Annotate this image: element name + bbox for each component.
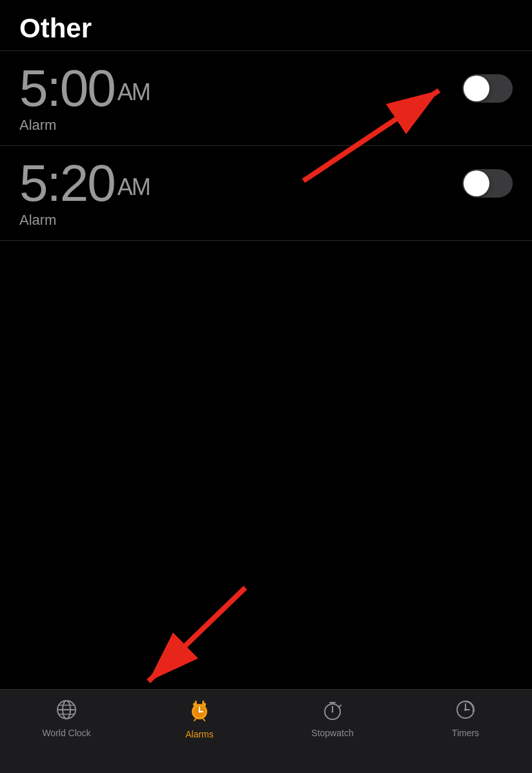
tab-bar: World Clock: [0, 689, 532, 773]
svg-line-13: [194, 719, 196, 721]
svg-line-3: [148, 588, 245, 681]
svg-line-22: [340, 705, 341, 706]
alarm-label-2: Alarm: [19, 212, 513, 229]
tab-timers[interactable]: Timers: [427, 699, 504, 738]
alarm-time-2: 5:20AM: [19, 158, 150, 209]
timers-icon: [455, 699, 476, 724]
alarm-label-1: Alarm: [19, 117, 513, 134]
alarm-list: 5:00AM Alarm 5:20AM Alarm: [0, 51, 532, 241]
alarm-item-1[interactable]: 5:00AM Alarm: [0, 51, 532, 146]
svg-line-14: [203, 719, 205, 721]
annotation-arrow-bottom: [97, 581, 258, 700]
alarm-ampm-1: AM: [118, 79, 150, 105]
alarm-time-1: 5:00AM: [19, 63, 150, 114]
alarm-ampm-2: AM: [118, 174, 150, 200]
svg-point-23: [332, 711, 334, 713]
svg-point-27: [464, 708, 467, 711]
stopwatch-icon: [322, 699, 343, 724]
tab-alarms[interactable]: Alarms: [161, 699, 238, 739]
alarm-toggle-2[interactable]: [462, 169, 513, 198]
toggle-knob-2: [464, 170, 489, 196]
tab-stopwatch-label: Stopwatch: [311, 728, 353, 738]
svg-point-15: [193, 703, 197, 706]
alarm-clock-icon: [188, 699, 211, 725]
tab-alarms-label: Alarms: [185, 729, 214, 739]
alarm-item-2[interactable]: 5:20AM Alarm: [0, 146, 532, 241]
section-header: Other: [0, 0, 532, 51]
alarm-toggle-1[interactable]: [462, 74, 513, 103]
svg-point-17: [199, 711, 201, 713]
tab-stopwatch[interactable]: Stopwatch: [294, 699, 371, 738]
section-title: Other: [19, 13, 92, 43]
tab-world-clock[interactable]: World Clock: [28, 699, 105, 738]
toggle-knob-1: [464, 76, 489, 101]
tab-world-clock-label: World Clock: [42, 728, 90, 738]
svg-point-16: [202, 703, 206, 706]
tab-timers-label: Timers: [452, 728, 479, 738]
globe-icon: [56, 699, 77, 724]
